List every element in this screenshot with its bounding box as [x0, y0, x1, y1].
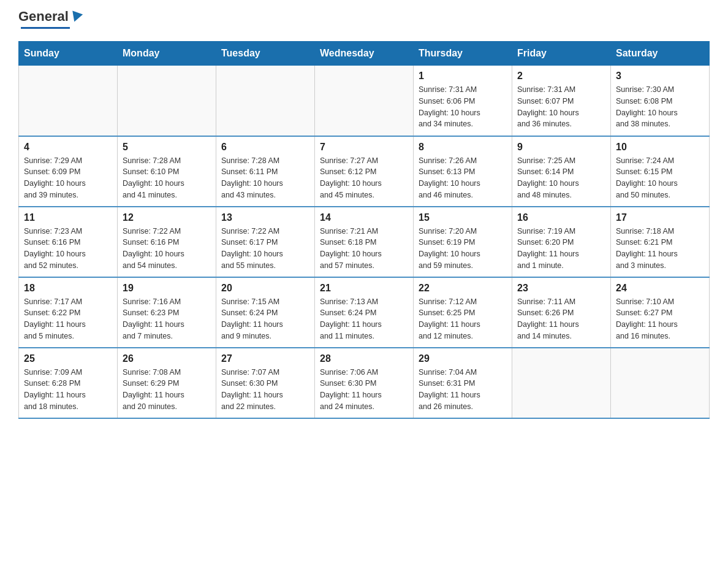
calendar-week-row: 4Sunrise: 7:29 AMSunset: 6:09 PMDaylight… — [19, 136, 710, 207]
day-number: 7 — [320, 142, 408, 153]
day-number: 25 — [24, 353, 112, 364]
day-info: Sunrise: 7:31 AMSunset: 6:07 PMDaylight:… — [517, 84, 605, 130]
calendar-cell — [118, 66, 216, 136]
day-info: Sunrise: 7:07 AMSunset: 6:30 PMDaylight:… — [221, 367, 309, 413]
logo: General — [18, 12, 82, 29]
day-number: 22 — [419, 283, 507, 294]
weekday-header-row: SundayMondayTuesdayWednesdayThursdayFrid… — [19, 42, 710, 66]
day-info: Sunrise: 7:17 AMSunset: 6:22 PMDaylight:… — [24, 296, 112, 342]
day-info: Sunrise: 7:08 AMSunset: 6:29 PMDaylight:… — [123, 367, 211, 413]
day-number: 3 — [616, 71, 704, 82]
weekday-header-saturday: Saturday — [611, 42, 710, 66]
weekday-header-tuesday: Tuesday — [216, 42, 315, 66]
day-number: 16 — [517, 212, 605, 223]
calendar-cell: 27Sunrise: 7:07 AMSunset: 6:30 PMDayligh… — [216, 348, 315, 418]
calendar-cell — [512, 348, 611, 418]
day-info: Sunrise: 7:29 AMSunset: 6:09 PMDaylight:… — [24, 155, 112, 201]
day-info: Sunrise: 7:27 AMSunset: 6:12 PMDaylight:… — [320, 155, 408, 201]
calendar-cell: 4Sunrise: 7:29 AMSunset: 6:09 PMDaylight… — [19, 136, 118, 207]
logo-general-text2: General — [18, 9, 69, 25]
day-info: Sunrise: 7:23 AMSunset: 6:16 PMDaylight:… — [24, 226, 112, 272]
calendar-cell: 14Sunrise: 7:21 AMSunset: 6:18 PMDayligh… — [315, 207, 414, 277]
day-number: 4 — [24, 142, 112, 153]
day-number: 14 — [320, 212, 408, 223]
day-info: Sunrise: 7:26 AMSunset: 6:13 PMDaylight:… — [419, 155, 507, 201]
day-info: Sunrise: 7:06 AMSunset: 6:30 PMDaylight:… — [320, 367, 408, 413]
calendar-cell: 28Sunrise: 7:06 AMSunset: 6:30 PMDayligh… — [315, 348, 414, 418]
day-number: 27 — [221, 353, 309, 364]
calendar-cell: 12Sunrise: 7:22 AMSunset: 6:16 PMDayligh… — [118, 207, 216, 277]
day-number: 11 — [24, 212, 112, 223]
weekday-header-wednesday: Wednesday — [315, 42, 414, 66]
day-number: 8 — [419, 142, 507, 153]
calendar-cell: 8Sunrise: 7:26 AMSunset: 6:13 PMDaylight… — [414, 136, 512, 207]
calendar-cell: 26Sunrise: 7:08 AMSunset: 6:29 PMDayligh… — [118, 348, 216, 418]
calendar-cell: 20Sunrise: 7:15 AMSunset: 6:24 PMDayligh… — [216, 277, 315, 348]
day-info: Sunrise: 7:15 AMSunset: 6:24 PMDaylight:… — [221, 296, 309, 342]
calendar-cell — [611, 348, 710, 418]
day-info: Sunrise: 7:28 AMSunset: 6:11 PMDaylight:… — [221, 155, 309, 201]
calendar-cell: 10Sunrise: 7:24 AMSunset: 6:15 PMDayligh… — [611, 136, 710, 207]
day-number: 21 — [320, 283, 408, 294]
day-number: 19 — [123, 283, 211, 294]
calendar-cell: 25Sunrise: 7:09 AMSunset: 6:28 PMDayligh… — [19, 348, 118, 418]
day-info: Sunrise: 7:31 AMSunset: 6:06 PMDaylight:… — [419, 84, 507, 130]
calendar-cell: 29Sunrise: 7:04 AMSunset: 6:31 PMDayligh… — [414, 348, 512, 418]
day-info: Sunrise: 7:22 AMSunset: 6:17 PMDaylight:… — [221, 226, 309, 272]
weekday-header-monday: Monday — [118, 42, 216, 66]
calendar-table: SundayMondayTuesdayWednesdayThursdayFrid… — [18, 41, 710, 419]
day-number: 12 — [123, 212, 211, 223]
calendar-cell: 1Sunrise: 7:31 AMSunset: 6:06 PMDaylight… — [414, 66, 512, 136]
day-info: Sunrise: 7:13 AMSunset: 6:24 PMDaylight:… — [320, 296, 408, 342]
calendar-cell — [315, 66, 414, 136]
calendar-cell: 6Sunrise: 7:28 AMSunset: 6:11 PMDaylight… — [216, 136, 315, 207]
calendar-cell: 19Sunrise: 7:16 AMSunset: 6:23 PMDayligh… — [118, 277, 216, 348]
day-number: 15 — [419, 212, 507, 223]
calendar-cell: 9Sunrise: 7:25 AMSunset: 6:14 PMDaylight… — [512, 136, 611, 207]
calendar-cell: 11Sunrise: 7:23 AMSunset: 6:16 PMDayligh… — [19, 207, 118, 277]
day-number: 13 — [221, 212, 309, 223]
day-number: 10 — [616, 142, 704, 153]
day-number: 2 — [517, 71, 605, 82]
day-info: Sunrise: 7:10 AMSunset: 6:27 PMDaylight:… — [616, 296, 704, 342]
calendar-cell: 17Sunrise: 7:18 AMSunset: 6:21 PMDayligh… — [611, 207, 710, 277]
day-number: 5 — [123, 142, 211, 153]
calendar-cell: 13Sunrise: 7:22 AMSunset: 6:17 PMDayligh… — [216, 207, 315, 277]
day-info: Sunrise: 7:28 AMSunset: 6:10 PMDaylight:… — [123, 155, 211, 201]
day-info: Sunrise: 7:19 AMSunset: 6:20 PMDaylight:… — [517, 226, 605, 272]
page-header: General — [18, 12, 710, 29]
calendar-cell: 3Sunrise: 7:30 AMSunset: 6:08 PMDaylight… — [611, 66, 710, 136]
calendar-cell — [19, 66, 118, 136]
day-info: Sunrise: 7:12 AMSunset: 6:25 PMDaylight:… — [419, 296, 507, 342]
calendar-cell: 7Sunrise: 7:27 AMSunset: 6:12 PMDaylight… — [315, 136, 414, 207]
day-number: 6 — [221, 142, 309, 153]
day-number: 18 — [24, 283, 112, 294]
day-info: Sunrise: 7:22 AMSunset: 6:16 PMDaylight:… — [123, 226, 211, 272]
day-number: 17 — [616, 212, 704, 223]
weekday-header-sunday: Sunday — [19, 42, 118, 66]
calendar-week-row: 1Sunrise: 7:31 AMSunset: 6:06 PMDaylight… — [19, 66, 710, 136]
day-number: 29 — [419, 353, 507, 364]
day-info: Sunrise: 7:30 AMSunset: 6:08 PMDaylight:… — [616, 84, 704, 130]
calendar-week-row: 11Sunrise: 7:23 AMSunset: 6:16 PMDayligh… — [19, 207, 710, 277]
calendar-cell — [216, 66, 315, 136]
logo-underline — [21, 27, 70, 29]
day-info: Sunrise: 7:25 AMSunset: 6:14 PMDaylight:… — [517, 155, 605, 201]
calendar-cell: 2Sunrise: 7:31 AMSunset: 6:07 PMDaylight… — [512, 66, 611, 136]
calendar-week-row: 25Sunrise: 7:09 AMSunset: 6:28 PMDayligh… — [19, 348, 710, 418]
weekday-header-thursday: Thursday — [414, 42, 512, 66]
calendar-cell: 15Sunrise: 7:20 AMSunset: 6:19 PMDayligh… — [414, 207, 512, 277]
day-info: Sunrise: 7:21 AMSunset: 6:18 PMDaylight:… — [320, 226, 408, 272]
day-info: Sunrise: 7:24 AMSunset: 6:15 PMDaylight:… — [616, 155, 704, 201]
logo-triangle-icon2 — [69, 10, 83, 23]
calendar-cell: 24Sunrise: 7:10 AMSunset: 6:27 PMDayligh… — [611, 277, 710, 348]
day-info: Sunrise: 7:09 AMSunset: 6:28 PMDaylight:… — [24, 367, 112, 413]
day-info: Sunrise: 7:04 AMSunset: 6:31 PMDaylight:… — [419, 367, 507, 413]
day-info: Sunrise: 7:20 AMSunset: 6:19 PMDaylight:… — [419, 226, 507, 272]
day-info: Sunrise: 7:18 AMSunset: 6:21 PMDaylight:… — [616, 226, 704, 272]
day-info: Sunrise: 7:11 AMSunset: 6:26 PMDaylight:… — [517, 296, 605, 342]
day-number: 1 — [419, 71, 507, 82]
calendar-week-row: 18Sunrise: 7:17 AMSunset: 6:22 PMDayligh… — [19, 277, 710, 348]
calendar-cell: 21Sunrise: 7:13 AMSunset: 6:24 PMDayligh… — [315, 277, 414, 348]
calendar-cell: 18Sunrise: 7:17 AMSunset: 6:22 PMDayligh… — [19, 277, 118, 348]
